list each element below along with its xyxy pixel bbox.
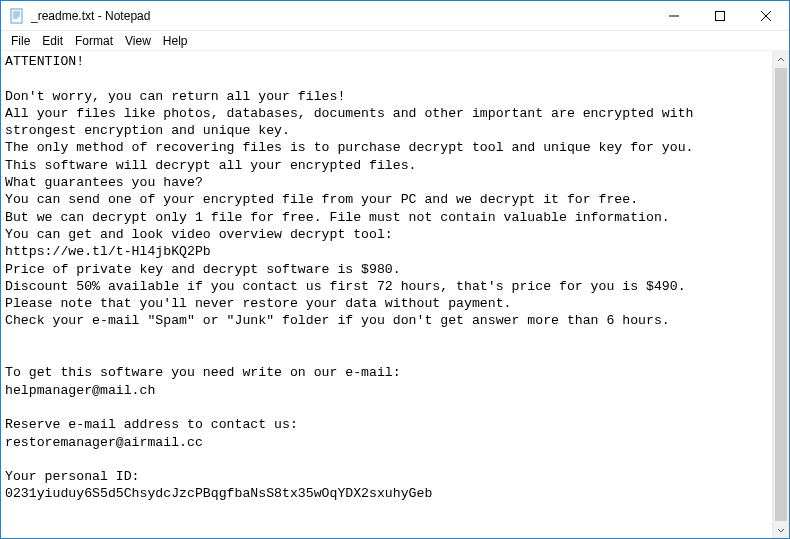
scroll-down-button[interactable] — [773, 521, 789, 538]
scroll-thumb[interactable] — [775, 68, 787, 521]
scroll-track[interactable] — [773, 68, 789, 521]
svg-rect-6 — [716, 11, 725, 20]
menubar: File Edit Format View Help — [1, 31, 789, 51]
chevron-up-icon — [777, 56, 785, 64]
menu-edit[interactable]: Edit — [36, 33, 69, 49]
maximize-button[interactable] — [697, 1, 743, 30]
scroll-up-button[interactable] — [773, 51, 789, 68]
menu-format[interactable]: Format — [69, 33, 119, 49]
document-text[interactable]: ATTENTION! Don't worry, you can return a… — [1, 51, 772, 538]
maximize-icon — [715, 11, 725, 21]
close-button[interactable] — [743, 1, 789, 30]
menu-view[interactable]: View — [119, 33, 157, 49]
chevron-down-icon — [777, 526, 785, 534]
menu-help[interactable]: Help — [157, 33, 194, 49]
window-controls — [651, 1, 789, 30]
menu-file[interactable]: File — [5, 33, 36, 49]
titlebar: _readme.txt - Notepad — [1, 1, 789, 31]
content-area: ATTENTION! Don't worry, you can return a… — [1, 51, 789, 538]
minimize-icon — [669, 11, 679, 21]
vertical-scrollbar[interactable] — [772, 51, 789, 538]
notepad-icon — [9, 8, 25, 24]
close-icon — [761, 11, 771, 21]
window-title: _readme.txt - Notepad — [31, 9, 651, 23]
minimize-button[interactable] — [651, 1, 697, 30]
notepad-window: _readme.txt - Notepad File Edit Format V… — [0, 0, 790, 539]
